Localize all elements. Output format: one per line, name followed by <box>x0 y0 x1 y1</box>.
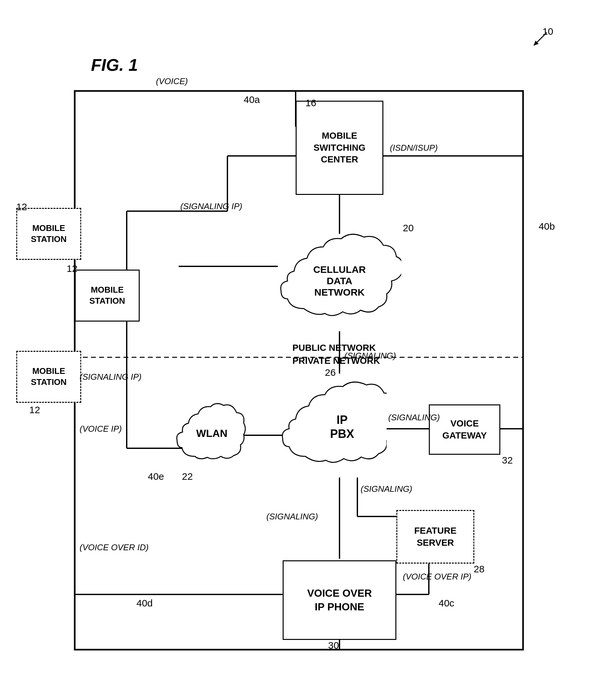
svg-text:WLAN: WLAN <box>196 427 227 439</box>
label-voice-ip: (VOICE IP) <box>79 424 122 434</box>
ref-ip-pbx: 26 <box>325 367 336 378</box>
svg-text:PBX: PBX <box>330 427 354 440</box>
wlan-cloud: WLAN <box>175 400 250 476</box>
ref-cdn: 20 <box>403 223 414 234</box>
ref-feature-server: 28 <box>474 564 484 575</box>
svg-text:DATA: DATA <box>327 275 353 286</box>
mobile-station-dashed-bottom: MOBILE STATION <box>16 351 81 403</box>
ref-ms-solid: 12 <box>66 263 77 274</box>
voice-gateway-box: VOICE GATEWAY <box>429 404 500 455</box>
label-signaling-pbx-voip: (SIGNALING) <box>267 512 318 522</box>
ip-pbx-cloud: IP PBX <box>279 374 386 482</box>
ref-40c: 40c <box>439 598 454 609</box>
ref-wlan: 22 <box>182 471 193 482</box>
feature-server-box: FEATURE SERVER <box>396 510 474 564</box>
cellular-data-network-cloud: CELLULAR DATA NETWORK <box>278 227 401 336</box>
ref-40d: 40d <box>136 598 153 609</box>
ref-ms-dashed-bottom: 12 <box>29 404 40 415</box>
label-signaling-ip-bottom: (SIGNALING IP) <box>79 372 142 382</box>
label-signaling-pbx-fs: (SIGNALING) <box>361 484 412 494</box>
label-signaling-pbx-vg: (SIGNALING) <box>388 413 440 423</box>
ref-voip-phone: 30 <box>328 640 339 651</box>
mobile-station-solid: MOBILE STATION <box>75 270 140 322</box>
label-signaling-cdn-pbx: (SIGNALING) <box>344 351 396 361</box>
ref-40e: 40e <box>148 471 164 482</box>
svg-text:IP: IP <box>336 413 348 426</box>
svg-text:NETWORK: NETWORK <box>315 287 365 298</box>
figure-label: FIG. 1 <box>91 55 138 75</box>
ref-ms-dashed-top: 12 <box>16 201 27 212</box>
mobile-switching-center-box: MOBILE SWITCHING CENTER <box>296 101 383 195</box>
mobile-station-dashed-top: MOBILE STATION <box>16 208 81 260</box>
ref-40a: 40a <box>244 94 260 105</box>
ref-40b: 40b <box>539 221 555 232</box>
label-voice-over-id: (VOICE OVER ID) <box>79 542 148 552</box>
svg-text:CELLULAR: CELLULAR <box>313 264 366 275</box>
voice-over-ip-phone-box: VOICE OVER IP PHONE <box>283 560 396 640</box>
label-voice: (VOICE) <box>156 76 188 86</box>
label-signaling-ip-top: (SIGNALING IP) <box>180 201 242 211</box>
ref-10-arrow-icon <box>530 29 550 49</box>
ref-msc: 16 <box>305 98 316 109</box>
label-isdn: (ISDN/ISUP) <box>390 143 438 153</box>
label-voice-over-ip-right: (VOICE OVER IP) <box>403 572 471 582</box>
ref-voice-gateway: 32 <box>502 455 513 466</box>
